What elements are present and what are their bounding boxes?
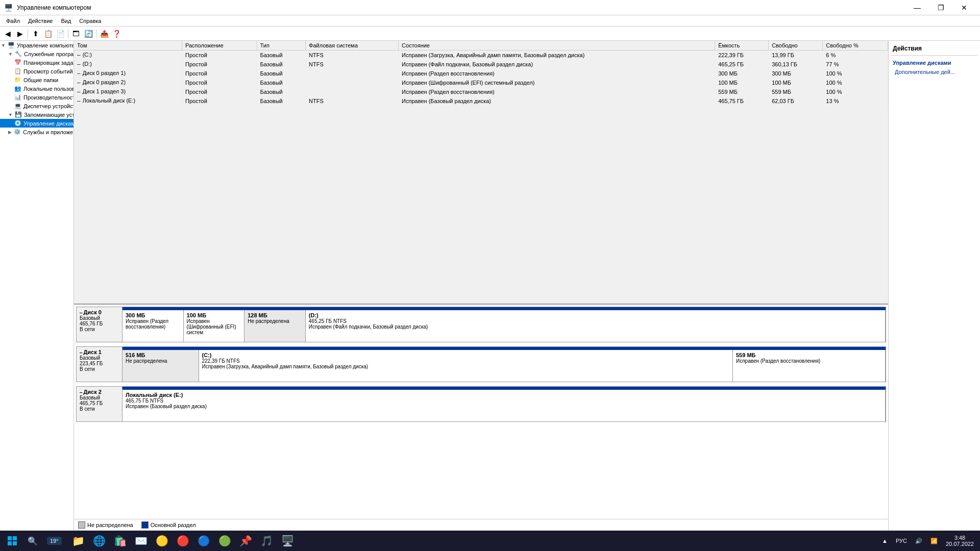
cell-free-5: 62,03 ГБ: [769, 96, 823, 106]
network-icon: 📶: [930, 538, 938, 544]
partition-disk1-0[interactable]: 516 МБНе распределена: [122, 350, 199, 382]
partition-disk0-3[interactable]: (D:)465,25 ГБ NTFSИсправен (Файл подкачк…: [306, 310, 886, 342]
taskbar-start-button[interactable]: [2, 531, 22, 551]
sidebar-item-storage[interactable]: ▼ 💾 Запоминающие устройства: [0, 110, 74, 119]
toolbar-show-hide[interactable]: 📋: [42, 28, 54, 39]
sidebar-label-diskmgr: Управление дисками: [23, 120, 74, 127]
disk-part-container-disk2: Локальный диск (E:)465,75 ГБ NTFSИсправе…: [122, 387, 886, 421]
actions-section-diskmgr[interactable]: Управление дисками: [891, 58, 978, 68]
sidebar-item-services[interactable]: ▼ 🔧 Служебные программы: [0, 49, 74, 58]
cell-free-1: 360,13 ГБ: [769, 60, 823, 69]
minimize-button[interactable]: —: [905, 0, 929, 15]
col-location[interactable]: Расположение: [182, 41, 257, 51]
sidebar-item-perf[interactable]: 📊 Производительность: [0, 93, 74, 102]
partition-disk0-0[interactable]: 300 МБИсправен (Раздел восстановления): [122, 310, 184, 342]
disk-part-container-disk1: 516 МБНе распределена(C:)222,39 ГБ NTFSИ…: [122, 347, 886, 382]
sidebar-item-sharedfolders[interactable]: 📁 Общие папки: [0, 76, 74, 84]
taskbar-app2[interactable]: 🟢: [214, 532, 235, 550]
cell-free-2: 300 МБ: [769, 69, 823, 78]
sidebar-item-devmgr[interactable]: 💻 Диспетчер устройств: [0, 102, 74, 110]
col-capacity[interactable]: Ёмкость: [715, 41, 769, 51]
taskbar-tray[interactable]: ▲: [878, 538, 892, 544]
taskbar-network[interactable]: 📶: [926, 538, 942, 544]
disk-label-disk1: —Диск 1 Базовый 223,45 ГБ В сети: [77, 347, 122, 382]
cell-capacity-3: 100 МБ: [715, 78, 769, 87]
table-header-row: Том Расположение Тип Файловая система Со…: [74, 41, 888, 51]
close-button[interactable]: ✕: [952, 0, 976, 15]
taskbar-mail[interactable]: ✉️: [131, 532, 152, 550]
col-free[interactable]: Свободно: [769, 41, 823, 51]
taskbar-volume[interactable]: 🔊: [911, 538, 926, 544]
toolbar-forward[interactable]: ▶: [14, 28, 26, 39]
sidebar-label-services: Служебные программы: [24, 51, 74, 57]
partition-disk0-1[interactable]: 100 МБИсправен (Шифрованный (EFI) систем: [184, 310, 245, 342]
menu-action[interactable]: Действие: [24, 17, 57, 25]
sidebar-label-storage: Запоминающие устройства: [24, 112, 74, 118]
partition-disk1-2[interactable]: 559 МБИсправен (Раздел восстановления): [733, 350, 886, 382]
partition-subdesc-disk2-0: Исправен (Базовый раздел диска): [126, 404, 882, 409]
toolbar-back[interactable]: ◀: [2, 28, 13, 39]
table-area: Том Расположение Тип Файловая система Со…: [74, 41, 888, 305]
sidebar-item-root[interactable]: ▼ 🖥️ Управление компьютером (л: [0, 41, 74, 49]
sidebar-item-eventviewer[interactable]: 📋 Просмотр событий: [0, 67, 74, 76]
taskbar-chrome[interactable]: 🔵: [193, 532, 214, 550]
menu-help[interactable]: Справка: [75, 17, 105, 25]
col-fs[interactable]: Файловая система: [306, 41, 399, 51]
taskbar: 🔍 19° 📁 🌐 🛍️ ✉️ 🟡 🔴 🔵 🟢 📌 🎵 🖥️ ▲ РУС 🔊 📶…: [0, 531, 980, 551]
sidebar-label-sharedfolders: Общие папки: [23, 77, 58, 83]
table-row[interactable]: —Диск 0 раздел 1) Простой Базовый Исправ…: [74, 69, 888, 78]
clock-date: 20.07.2022: [946, 541, 974, 547]
table-row[interactable]: —Диск 1 раздел 3) Простой Базовый Исправ…: [74, 87, 888, 96]
col-tom[interactable]: Том: [74, 41, 182, 51]
taskbar-app3[interactable]: 📌: [235, 532, 256, 550]
tray-expand-icon[interactable]: ▲: [882, 538, 888, 544]
actions-panel: Действия Управление дисками Дополнительн…: [888, 41, 980, 531]
sidebar-item-localusers[interactable]: 👥 Локальные пользовате...: [0, 84, 74, 93]
maximize-button[interactable]: ❐: [929, 0, 952, 15]
menu-view[interactable]: Вид: [57, 17, 75, 25]
taskbar-store[interactable]: 🛍️: [110, 532, 131, 550]
taskbar-search-button[interactable]: 🔍: [22, 531, 43, 551]
taskbar-app4[interactable]: 🎵: [256, 532, 277, 550]
cell-location-2: Простой: [182, 69, 257, 78]
partition-desc-disk1-0: Не распределена: [126, 358, 195, 364]
taskbar-datetime[interactable]: 3:48 20.07.2022: [942, 535, 978, 547]
cell-name-1: —(D:): [74, 60, 182, 69]
toolbar-refresh[interactable]: 🔄: [83, 28, 94, 39]
title-bar-left: 🖥️ Управление компьютером: [4, 4, 91, 12]
toolbar-up[interactable]: ⬆: [30, 28, 41, 39]
partition-name-disk0-1: 100 МБ: [187, 312, 241, 318]
sidebar-item-svcapps[interactable]: ▶ ⚙️ Службы и приложения: [0, 128, 74, 136]
cell-type-5: Базовый: [257, 96, 305, 106]
partition-disk0-2[interactable]: 128 МБНе распределена: [244, 310, 306, 342]
sidebar-item-diskmgr[interactable]: 💿 Управление дисками: [0, 119, 74, 128]
toolbar-help[interactable]: ❓: [111, 28, 122, 39]
partition-disk1-1[interactable]: (C:)222,39 ГБ NTFSИсправен (Загрузка, Ав…: [199, 350, 733, 382]
taskbar-edge[interactable]: 🌐: [89, 532, 110, 550]
partition-desc-disk2-0: 465,75 ГБ NTFS: [126, 398, 882, 404]
toolbar-new-window[interactable]: 🗔: [70, 28, 82, 39]
taskbar-explorer[interactable]: 📁: [68, 532, 89, 550]
taskbar-lang[interactable]: РУС: [892, 538, 911, 544]
taskbar-app5[interactable]: 🖥️: [277, 532, 298, 550]
toolbar-export[interactable]: 📤: [99, 28, 110, 39]
cell-capacity-4: 559 МБ: [715, 87, 769, 96]
menu-file[interactable]: Файл: [2, 17, 24, 25]
table-row[interactable]: —Диск 0 раздел 2) Простой Базовый Исправ…: [74, 78, 888, 87]
taskbar-yandex[interactable]: 🟡: [152, 532, 173, 550]
col-status[interactable]: Состояние: [399, 41, 715, 51]
sidebar-label-root: Управление компьютером (л: [17, 42, 74, 48]
cell-location-1: Простой: [182, 60, 257, 69]
partition-desc-disk0-3: 465,25 ГБ NTFS: [309, 318, 882, 324]
col-type[interactable]: Тип: [257, 41, 305, 51]
table-row[interactable]: —Локальный диск (E:) Простой Базовый NTF…: [74, 96, 888, 106]
table-row[interactable]: —(D:) Простой Базовый NTFS Исправен (Фай…: [74, 60, 888, 69]
sidebar-item-scheduler[interactable]: 📅 Планировщик заданий: [0, 58, 74, 67]
col-freepct[interactable]: Свободно %: [823, 41, 888, 51]
toolbar-properties[interactable]: 📄: [55, 28, 66, 39]
taskbar-weather[interactable]: 19°: [43, 532, 68, 550]
taskbar-app1[interactable]: 🔴: [173, 532, 193, 550]
action-more[interactable]: Дополнительные дей...: [891, 68, 978, 76]
table-row[interactable]: —(C:) Простой Базовый NTFS Исправен (Заг…: [74, 51, 888, 60]
partition-disk2-0[interactable]: Локальный диск (E:)465,75 ГБ NTFSИсправе…: [122, 390, 886, 421]
